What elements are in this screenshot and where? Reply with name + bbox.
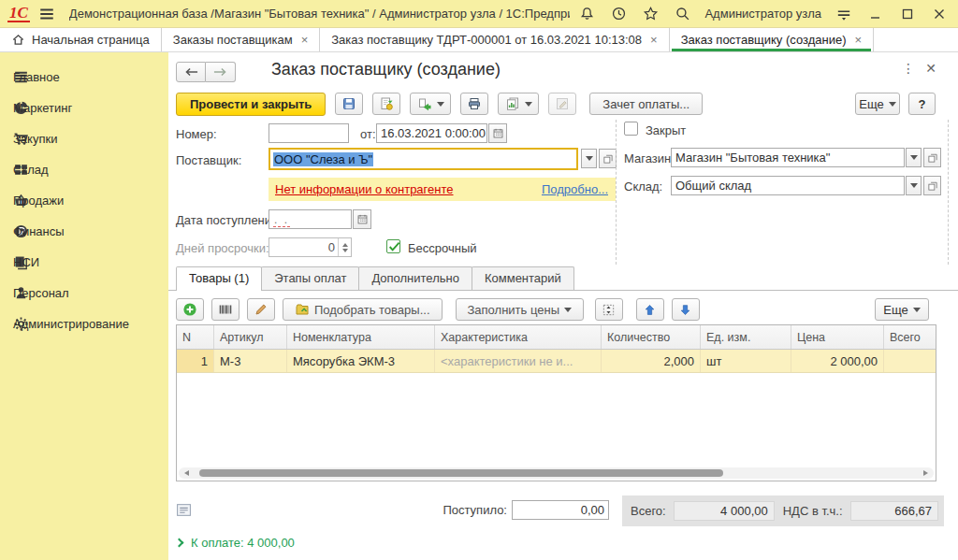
create-based-on-button[interactable] (410, 93, 451, 115)
form-close-icon[interactable]: ✕ (922, 60, 939, 77)
tab-home[interactable]: Начальная страница (0, 28, 162, 51)
expand-table-button[interactable] (595, 298, 623, 321)
form-menu-icon[interactable]: ⋮ (900, 60, 917, 77)
scroll-left-icon (184, 470, 189, 476)
to-pay-expander[interactable]: К оплате: 4 000,00 (176, 536, 295, 550)
col-total[interactable]: Всего (884, 325, 936, 349)
tab-comment[interactable]: Комментарий (472, 266, 574, 290)
print-button[interactable] (460, 93, 488, 115)
supplier-open-button[interactable] (599, 149, 617, 168)
warehouse-dropdown-button[interactable] (906, 176, 922, 195)
shop-dropdown-button[interactable] (906, 148, 922, 167)
details-link[interactable]: Подробно... (542, 182, 608, 196)
sidebar-item-warehouse[interactable]: Склад (0, 154, 168, 185)
receipt-date-calendar-button[interactable] (353, 209, 371, 229)
sidebar-item-personnel[interactable]: Персонал (0, 278, 168, 309)
post-button[interactable] (372, 93, 400, 115)
sidebar-item-nsi[interactable]: НСИ (0, 247, 168, 278)
dropdown-caret-icon (437, 102, 444, 107)
supplier-dropdown-button[interactable] (581, 149, 597, 168)
add-row-button[interactable] (176, 298, 204, 321)
col-characteristic[interactable]: Характеристика (435, 325, 602, 349)
order-date-calendar-button[interactable] (488, 123, 507, 143)
history-icon[interactable] (609, 5, 628, 23)
notifications-bell-icon[interactable] (577, 5, 596, 23)
notes-icon[interactable] (176, 502, 192, 518)
order-date-input[interactable]: 16.03.2021 0:00:00 (376, 123, 487, 143)
tab-payment-stages[interactable]: Этапы оплат (261, 266, 359, 290)
minimize-button[interactable] (866, 5, 885, 23)
horizontal-scrollbar[interactable] (179, 467, 934, 479)
tab-additional[interactable]: Дополнительно (358, 266, 472, 290)
tab-supplier-order-new[interactable]: Заказ поставщику (создание) × (670, 28, 874, 51)
stepper-arrows[interactable] (338, 238, 351, 256)
open-link-icon (602, 153, 614, 165)
fill-prices-button[interactable]: Заполнить цены (456, 298, 584, 321)
scrollbar-thumb[interactable] (199, 469, 723, 477)
tab-close-icon[interactable]: × (301, 33, 309, 47)
close-window-button[interactable] (930, 5, 949, 23)
calendar-icon (356, 213, 369, 225)
counterparty-warning: Нет информации о контрагенте Подробно... (269, 178, 616, 201)
post-and-close-button[interactable]: Провести и закрыть (176, 93, 326, 116)
column-separator (616, 120, 617, 265)
open-link-icon (927, 180, 938, 192)
tab-supplier-order-posted[interactable]: Заказ поставщику ТДРТ-000001 от 16.03.20… (320, 28, 669, 51)
search-icon[interactable] (673, 5, 691, 23)
current-user[interactable]: Администратор узла (704, 7, 821, 21)
save-button[interactable] (335, 93, 363, 115)
edit-row-button[interactable] (247, 298, 275, 321)
maximize-button[interactable] (898, 5, 917, 23)
warning-link[interactable]: Нет информации о контрагенте (275, 182, 454, 196)
col-quantity[interactable]: Количество (602, 325, 701, 349)
edit-button[interactable] (548, 93, 576, 115)
scroll-right-icon (923, 470, 928, 476)
cell-article: М-3 (214, 350, 287, 372)
shop-open-button[interactable] (923, 148, 941, 167)
move-up-button[interactable] (636, 298, 664, 321)
col-unit[interactable]: Ед. изм. (701, 325, 791, 349)
move-down-button[interactable] (672, 298, 700, 321)
sidebar-item-main[interactable]: Главное (0, 62, 168, 93)
shop-input[interactable]: Магазин "Бытовая техника" (671, 148, 905, 167)
add-plus-icon (182, 302, 197, 317)
table-row[interactable]: 1 М-3 Мясорубка ЭКМ-3 <характеристики не… (177, 350, 936, 373)
col-nomenclature[interactable]: Номенклатура (287, 325, 435, 349)
reports-button[interactable] (498, 93, 539, 115)
form-more-button[interactable]: Еще (855, 93, 900, 115)
favorites-star-icon[interactable] (641, 5, 660, 23)
help-button[interactable]: ? (908, 93, 936, 115)
col-n[interactable]: N (177, 325, 214, 349)
window-title: Демонстрационная база /Магазин "Бытовая … (69, 7, 571, 21)
pick-goods-button[interactable]: Подобрать товары... (283, 298, 443, 321)
sidebar-item-administration[interactable]: Администрирование (0, 309, 168, 339)
tab-goods[interactable]: Товары (1) (176, 266, 262, 291)
warehouse-input[interactable]: Общий склад (671, 176, 905, 195)
tab-supplier-orders-list[interactable]: Заказы поставщикам × (162, 28, 320, 51)
main-menu-icon[interactable] (37, 5, 56, 23)
service-menu-icon[interactable] (835, 5, 853, 23)
col-price[interactable]: Цена (791, 325, 884, 349)
warehouse-open-button[interactable] (923, 176, 941, 195)
closed-checkbox[interactable] (624, 122, 638, 136)
nav-back-button[interactable] (176, 62, 206, 82)
supplier-input[interactable]: ООО "Слеза и Ъ" (269, 148, 578, 170)
payment-offset-button[interactable]: Зачет оплаты... (589, 93, 703, 115)
col-article[interactable]: Артикул (214, 325, 287, 349)
overdue-days-stepper[interactable]: 0 (269, 237, 352, 257)
nav-forward-button[interactable] (206, 62, 236, 82)
sidebar-item-marketing[interactable]: Маркетинг (0, 93, 168, 123)
sidebar-item-finance[interactable]: Финансы (0, 216, 168, 247)
goods-more-button[interactable]: Еще (875, 298, 929, 321)
termless-checkbox[interactable] (386, 239, 400, 253)
to-pay-text: К оплате: 4 000,00 (191, 536, 295, 550)
sidebar-item-sales[interactable]: Продажи (0, 185, 168, 216)
detail-tabs: Товары (1) Этапы оплат Дополнительно Ком… (168, 266, 958, 291)
received-input[interactable]: 0,00 (512, 500, 609, 520)
tab-close-icon[interactable]: × (650, 33, 658, 47)
barcode-scan-button[interactable] (211, 298, 240, 321)
sidebar-item-purchases[interactable]: Закупки (0, 123, 168, 154)
receipt-date-input[interactable]: . . (269, 209, 352, 229)
tab-close-icon[interactable]: × (855, 33, 863, 47)
number-input[interactable] (269, 123, 349, 143)
